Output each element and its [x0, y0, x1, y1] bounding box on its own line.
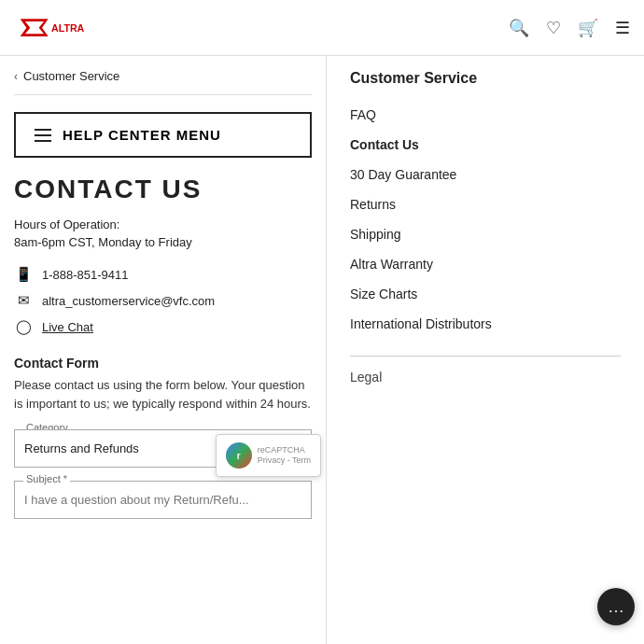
email-item: ✉ altra_customerservice@vfc.com	[14, 292, 312, 309]
recaptcha-overlay: r reCAPTCHAPrivacy - Term	[216, 434, 321, 477]
nav-item-contact-us[interactable]: Contact Us	[350, 130, 621, 160]
help-center-menu-button[interactable]: HELP CENTER MENU	[14, 112, 312, 158]
svg-text:ALTRA: ALTRA	[51, 21, 85, 33]
chat-widget-icon: …	[608, 597, 624, 617]
subject-group: Subject *	[14, 481, 312, 519]
right-section-title: Customer Service	[350, 70, 621, 87]
cart-icon[interactable]: 🛒	[578, 18, 598, 38]
nav-item-size-charts[interactable]: Size Charts	[350, 279, 621, 309]
contact-items: 📱 1-888-851-9411 ✉ altra_customerservice…	[14, 266, 312, 335]
recaptcha-logo: r	[226, 442, 252, 469]
breadcrumb-link[interactable]: Customer Service	[23, 69, 119, 83]
nav-item-returns[interactable]: Returns	[350, 189, 621, 219]
nav-item-30day[interactable]: 30 Day Guarantee	[350, 160, 621, 189]
chat-circle-icon: ◯	[14, 318, 33, 335]
category-group: Category Returns and Refunds ⌄ r reCAPTC…	[14, 429, 312, 468]
left-column: ‹ Customer Service HELP CENTER MENU CONT…	[0, 56, 327, 644]
hours-value: 8am-6pm CST, Monday to Friday	[14, 235, 312, 249]
right-divider	[350, 356, 621, 357]
contact-form-title: Contact Form	[14, 356, 312, 371]
wishlist-icon[interactable]: ♡	[546, 18, 561, 38]
chat-widget[interactable]: …	[597, 588, 635, 625]
phone-item: 📱 1-888-851-9411	[14, 266, 312, 283]
category-select-wrapper: Returns and Refunds ⌄ r reCAPTCHAPrivacy…	[14, 429, 312, 468]
phone-number[interactable]: 1-888-851-9411	[42, 268, 129, 282]
hamburger-icon	[35, 129, 51, 142]
header: ALTRA 🔍 ♡ 🛒 ☰	[0, 0, 644, 56]
nav-item-faq[interactable]: FAQ	[350, 100, 621, 130]
nav-item-warranty[interactable]: Altra Warranty	[350, 249, 621, 279]
help-center-label: HELP CENTER MENU	[63, 127, 221, 143]
contact-form-section: Contact Form Please contact us using the…	[14, 356, 312, 519]
live-chat-link[interactable]: Live Chat	[42, 320, 93, 334]
recaptcha-text: reCAPTCHAPrivacy - Term	[258, 445, 311, 466]
logo-area: ALTRA	[14, 10, 509, 46]
search-icon[interactable]: 🔍	[509, 18, 529, 38]
breadcrumb-chevron: ‹	[14, 70, 18, 83]
nav-item-shipping[interactable]: Shipping	[350, 219, 621, 249]
email-address[interactable]: altra_customerservice@vfc.com	[42, 294, 215, 308]
breadcrumb: ‹ Customer Service	[14, 56, 312, 95]
subject-label: Subject *	[23, 473, 70, 484]
page-layout: ‹ Customer Service HELP CENTER MENU CONT…	[0, 56, 644, 644]
altra-logo[interactable]: ALTRA	[14, 10, 89, 46]
header-icons: 🔍 ♡ 🛒 ☰	[509, 18, 630, 38]
phone-icon: 📱	[14, 266, 33, 283]
subject-input[interactable]	[14, 481, 312, 519]
chat-item: ◯ Live Chat	[14, 318, 312, 335]
email-icon: ✉	[14, 292, 33, 309]
nav-item-international[interactable]: International Distributors	[350, 309, 621, 339]
right-nav-list: FAQ Contact Us 30 Day Guarantee Returns …	[350, 100, 621, 339]
contact-form-description: Please contact us using the form below. …	[14, 376, 312, 413]
page-title: CONTACT US	[14, 175, 312, 204]
right-legal-title[interactable]: Legal	[350, 370, 621, 385]
hours-label: Hours of Operation:	[14, 217, 312, 231]
menu-icon[interactable]: ☰	[615, 18, 630, 38]
right-column: Customer Service FAQ Contact Us 30 Day G…	[327, 56, 644, 644]
